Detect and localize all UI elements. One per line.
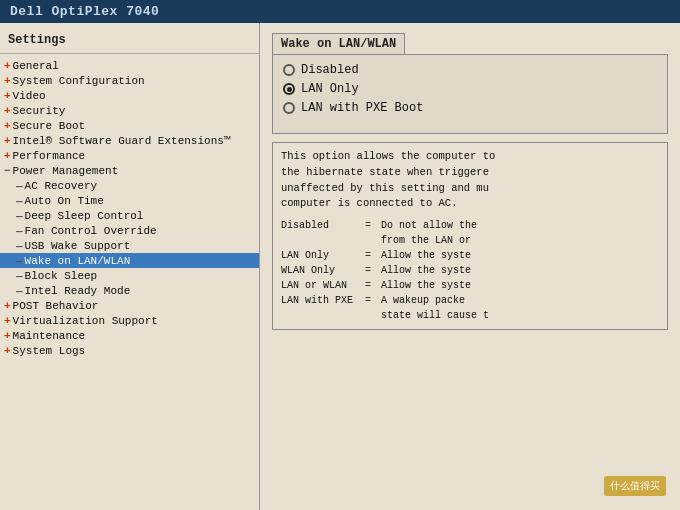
tree-label: System Logs: [13, 345, 86, 357]
tree-prefix: +: [4, 330, 11, 342]
tree-item-fan-control[interactable]: — Fan Control Override: [0, 223, 259, 238]
tree-prefix: —: [16, 225, 23, 237]
desc-label: Disabled: [281, 218, 361, 248]
desc-row: LAN with PXE = A wakeup packe state will…: [281, 293, 659, 323]
desc-val: Allow the syste: [381, 278, 659, 293]
tree-prefix: +: [4, 315, 11, 327]
tree-item-general[interactable]: + General: [0, 58, 259, 73]
title-text: Dell OptiPlex 7040: [10, 4, 159, 19]
tree-label: Secure Boot: [13, 120, 86, 132]
desc-row: Disabled = Do not allow the from the LAN…: [281, 218, 659, 248]
description-box: This option allows the computer to the h…: [272, 142, 668, 330]
tree-prefix: +: [4, 60, 11, 72]
desc-eq: =: [365, 248, 377, 263]
tree-prefix: —: [16, 255, 23, 267]
radio-option-lan-only[interactable]: LAN Only: [283, 82, 657, 96]
panel-header: Settings: [0, 31, 259, 54]
tree-prefix: +: [4, 105, 11, 117]
tree-item-post-behavior[interactable]: + POST Behavior: [0, 298, 259, 313]
tree-label: Video: [13, 90, 46, 102]
monitor-frame: Dell OptiPlex 7040 Settings + General+ S…: [0, 0, 680, 510]
tree-prefix: —: [16, 270, 23, 282]
tree-item-system-config[interactable]: + System Configuration: [0, 73, 259, 88]
tree-label: Maintenance: [13, 330, 86, 342]
tree-item-intel-sge[interactable]: + Intel® Software Guard Extensions™: [0, 133, 259, 148]
tree-item-power-mgmt[interactable]: − Power Management: [0, 163, 259, 178]
tree-label: Wake on LAN/WLAN: [25, 255, 131, 267]
tree-item-secure-boot[interactable]: + Secure Boot: [0, 118, 259, 133]
desc-eq: =: [365, 278, 377, 293]
tree-label: USB Wake Support: [25, 240, 131, 252]
desc-val: Allow the syste: [381, 263, 659, 278]
radio-option-disabled[interactable]: Disabled: [283, 63, 657, 77]
options-box: DisabledLAN OnlyLAN with PXE Boot: [272, 54, 668, 134]
tree-prefix: +: [4, 75, 11, 87]
tree-prefix: —: [16, 240, 23, 252]
tree-item-system-logs[interactable]: + System Logs: [0, 343, 259, 358]
right-panel: Wake on LAN/WLAN DisabledLAN OnlyLAN wit…: [260, 23, 680, 510]
desc-row: WLAN Only = Allow the syste: [281, 263, 659, 278]
desc-row: LAN Only = Allow the syste: [281, 248, 659, 263]
tree-prefix: —: [16, 195, 23, 207]
tree-item-ac-recovery[interactable]: — AC Recovery: [0, 178, 259, 193]
radio-label: LAN with PXE Boot: [301, 101, 423, 115]
tree-item-virt-support[interactable]: + Virtualization Support: [0, 313, 259, 328]
desc-row: LAN or WLAN = Allow the syste: [281, 278, 659, 293]
tree-prefix: −: [4, 165, 11, 177]
tree-label: Intel Ready Mode: [25, 285, 131, 297]
radio-label: LAN Only: [301, 82, 359, 96]
tree-label: Security: [13, 105, 66, 117]
tree-label: System Configuration: [13, 75, 145, 87]
title-bar: Dell OptiPlex 7040: [0, 0, 680, 23]
bios-content: Settings + General+ System Configuration…: [0, 23, 680, 510]
tree-item-block-sleep[interactable]: — Block Sleep: [0, 268, 259, 283]
desc-label: LAN with PXE: [281, 293, 361, 323]
tree-label: Intel® Software Guard Extensions™: [13, 135, 231, 147]
desc-table: Disabled = Do not allow the from the LAN…: [281, 218, 659, 323]
desc-val: A wakeup packe state will cause t: [381, 293, 659, 323]
desc-intro: This option allows the computer to the h…: [281, 149, 659, 212]
section-title: Wake on LAN/WLAN: [272, 33, 405, 54]
tree-item-video[interactable]: + Video: [0, 88, 259, 103]
tree-prefix: +: [4, 90, 11, 102]
tree-item-performance[interactable]: + Performance: [0, 148, 259, 163]
desc-val: Do not allow the from the LAN or: [381, 218, 659, 248]
tree-label: AC Recovery: [25, 180, 98, 192]
desc-label: LAN or WLAN: [281, 278, 361, 293]
tree-prefix: —: [16, 210, 23, 222]
radio-circle: [283, 64, 295, 76]
tree-item-usb-wake[interactable]: — USB Wake Support: [0, 238, 259, 253]
tree-prefix: +: [4, 345, 11, 357]
options-container: DisabledLAN OnlyLAN with PXE Boot: [283, 63, 657, 115]
tree-label: Deep Sleep Control: [25, 210, 144, 222]
tree-label: Virtualization Support: [13, 315, 158, 327]
desc-label: LAN Only: [281, 248, 361, 263]
tree-label: Power Management: [13, 165, 119, 177]
tree-item-wake-lan[interactable]: — Wake on LAN/WLAN: [0, 253, 259, 268]
tree-label: Auto On Time: [25, 195, 104, 207]
left-panel: Settings + General+ System Configuration…: [0, 23, 260, 510]
tree-prefix: +: [4, 300, 11, 312]
desc-eq: =: [365, 218, 377, 248]
watermark: 什么值得买: [604, 476, 666, 496]
tree-prefix: —: [16, 285, 23, 297]
tree-label: POST Behavior: [13, 300, 99, 312]
tree-item-intel-ready[interactable]: — Intel Ready Mode: [0, 283, 259, 298]
tree-label: Fan Control Override: [25, 225, 157, 237]
tree-item-maintenance[interactable]: + Maintenance: [0, 328, 259, 343]
radio-circle: [283, 83, 295, 95]
tree-label: Block Sleep: [25, 270, 98, 282]
tree-label: Performance: [13, 150, 86, 162]
tree-item-deep-sleep[interactable]: — Deep Sleep Control: [0, 208, 259, 223]
desc-eq: =: [365, 293, 377, 323]
radio-circle: [283, 102, 295, 114]
radio-label: Disabled: [301, 63, 359, 77]
tree-item-auto-on-time[interactable]: — Auto On Time: [0, 193, 259, 208]
radio-option-lan-pxe[interactable]: LAN with PXE Boot: [283, 101, 657, 115]
tree-prefix: +: [4, 120, 11, 132]
tree-prefix: —: [16, 180, 23, 192]
tree-prefix: +: [4, 135, 11, 147]
tree-item-security[interactable]: + Security: [0, 103, 259, 118]
tree-label: General: [13, 60, 59, 72]
tree-container: + General+ System Configuration+ Video+ …: [0, 58, 259, 358]
